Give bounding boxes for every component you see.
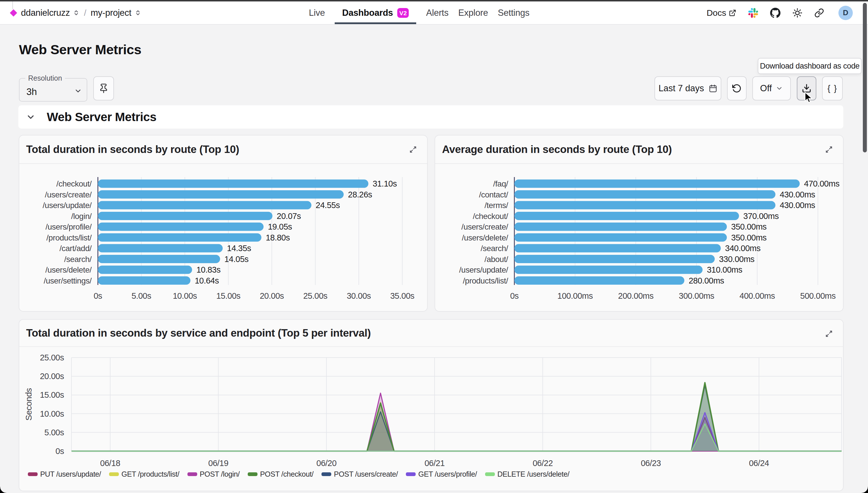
refresh-button[interactable] xyxy=(727,76,746,101)
chart-panel-duration-by-service-endpoint: Total duration in seconds by service and… xyxy=(19,319,844,491)
legend-item[interactable]: POST /users/create/ xyxy=(321,470,398,478)
value-label: 340.00ms xyxy=(725,244,760,253)
pin-icon xyxy=(99,83,109,93)
collapse-chevron-icon[interactable] xyxy=(26,112,36,122)
legend-label: DELETE /users/delete/ xyxy=(497,470,570,478)
bar xyxy=(514,244,721,253)
value-label: 20.07s xyxy=(277,212,301,221)
nav-item-dashboards[interactable]: DashboardsV2 xyxy=(335,1,416,24)
comparison-select[interactable]: Off xyxy=(752,76,791,101)
refresh-icon xyxy=(732,84,742,93)
docs-label: Docs xyxy=(707,8,726,18)
nav-item-explore[interactable]: Explore xyxy=(459,1,488,24)
panel-header: Average duration in seconds by route (To… xyxy=(435,135,843,164)
nav-item-live[interactable]: Live xyxy=(309,1,325,24)
value-label: 19.05s xyxy=(268,222,292,231)
x-tick-label: 25.00s xyxy=(303,291,327,300)
github-icon[interactable] xyxy=(770,8,780,18)
section-title: Web Server Metrics xyxy=(47,110,156,124)
series-line xyxy=(71,413,842,451)
y-tick-label: 10.00s xyxy=(40,409,64,419)
slack-icon[interactable] xyxy=(748,8,758,18)
bar xyxy=(98,244,223,253)
resolution-value: 3h xyxy=(26,86,37,97)
bar-chart-total-duration[interactable]: 0s5.00s10.00s15.00s20.00s25.00s30.00s35.… xyxy=(19,164,427,311)
x-tick-label: 30.00s xyxy=(347,291,371,300)
breadcrumb-project[interactable]: my-project xyxy=(91,8,131,18)
dashboard-json-button[interactable]: { } xyxy=(822,76,843,101)
x-tick-label: 0s xyxy=(93,291,102,300)
legend-item[interactable]: GET /products/list/ xyxy=(109,470,179,478)
bar xyxy=(98,201,312,210)
expand-icon[interactable] xyxy=(825,145,833,155)
x-tick-label: 06/20 xyxy=(316,458,336,468)
bar-chart-average-duration[interactable]: 0s100.00ms200.00ms300.00ms400.00ms500.00… xyxy=(435,164,843,311)
nav-item-label: Settings xyxy=(498,8,529,18)
scrollbar-thumb[interactable] xyxy=(863,3,867,152)
value-label: 10.64s xyxy=(195,276,219,285)
expand-icon[interactable] xyxy=(409,145,417,155)
external-link-icon xyxy=(729,9,736,17)
page-title: Web Server Metrics xyxy=(19,42,141,57)
category-label: /user/settings/ xyxy=(44,276,92,285)
y-tick-label: 5.00s xyxy=(44,428,64,437)
bar xyxy=(514,212,739,220)
time-range-button[interactable]: Last 7 days xyxy=(654,76,721,101)
x-tick-label: 06/23 xyxy=(641,458,661,468)
pin-dashboard-button[interactable] xyxy=(93,76,114,101)
legend-item[interactable]: POST /login/ xyxy=(187,470,240,478)
category-label: /checkout/ xyxy=(56,179,91,188)
bar xyxy=(514,266,703,274)
chart-legend: PUT /users/update/GET /products/list/POS… xyxy=(28,468,570,480)
bar xyxy=(514,223,727,231)
legend-swatch xyxy=(321,472,331,476)
user-avatar[interactable]: D xyxy=(839,6,853,20)
x-tick-label: 5.00s xyxy=(131,291,151,300)
x-tick-label: 15.00s xyxy=(216,291,240,300)
value-label: 330.00ms xyxy=(719,255,754,264)
share-link-icon[interactable] xyxy=(814,8,824,18)
value-label: 470.00ms xyxy=(804,179,839,188)
value-label: 430.00ms xyxy=(780,200,815,210)
nav-item-label: Explore xyxy=(459,8,488,18)
legend-item[interactable]: POST /checkout/ xyxy=(248,470,314,478)
breadcrumb-org[interactable]: ddanielcruzz xyxy=(21,8,70,18)
resolution-select[interactable]: Resolution 3h xyxy=(19,74,87,102)
bar xyxy=(514,233,727,242)
bar xyxy=(98,266,192,274)
nav-item-alerts[interactable]: Alerts xyxy=(426,1,448,24)
brand-logo-diamond-icon[interactable] xyxy=(10,9,17,16)
section-header[interactable]: Web Server Metrics xyxy=(18,105,843,129)
category-label: /users/delete/ xyxy=(462,233,508,242)
time-range-label: Last 7 days xyxy=(658,83,704,93)
series-line xyxy=(71,403,842,451)
legend-item[interactable]: DELETE /users/delete/ xyxy=(485,470,570,478)
primary-nav: LiveDashboardsV2AlertsExploreSettings xyxy=(335,1,530,24)
series-area xyxy=(71,413,842,451)
expand-icon[interactable] xyxy=(825,329,833,339)
bar xyxy=(98,276,190,285)
chevron-down-icon xyxy=(776,85,783,92)
chevrons-up-down-icon[interactable] xyxy=(73,9,80,16)
category-label: /users/create/ xyxy=(45,190,91,199)
category-label: /users/profile/ xyxy=(45,222,91,231)
legend-swatch xyxy=(406,472,416,476)
nav-item-settings[interactable]: Settings xyxy=(498,1,529,24)
bar xyxy=(98,190,344,198)
legend-item[interactable]: GET /users/profile/ xyxy=(406,470,477,478)
category-label: /cart/add/ xyxy=(59,244,91,253)
category-label: /faq/ xyxy=(493,179,508,188)
theme-sun-icon[interactable] xyxy=(792,8,802,18)
chart-panel-total-duration-by-route: Total duration in seconds by route (Top … xyxy=(19,135,428,312)
legend-label: POST /checkout/ xyxy=(260,470,314,478)
panel-title: Total duration in seconds by route (Top … xyxy=(26,144,239,155)
bar xyxy=(514,276,684,285)
chevrons-up-down-icon[interactable] xyxy=(135,9,141,16)
x-tick-label: 20.00s xyxy=(260,291,284,300)
legend-swatch xyxy=(187,472,197,476)
docs-link[interactable]: Docs xyxy=(707,8,736,18)
bar xyxy=(514,255,715,263)
legend-item[interactable]: PUT /users/update/ xyxy=(28,470,101,478)
x-tick-label: 06/24 xyxy=(749,458,769,468)
x-tick-label: 06/21 xyxy=(425,458,445,468)
